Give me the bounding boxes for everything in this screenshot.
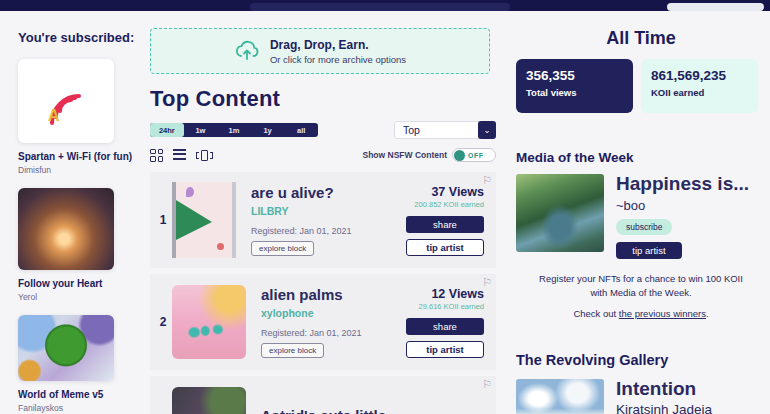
content-artist[interactable]: xylophone xyxy=(261,307,362,319)
grid-view-icon[interactable] xyxy=(150,149,163,162)
subscription-title[interactable]: Spartan + Wi-Fi (for fun) xyxy=(18,150,140,163)
carousel-view-icon[interactable] xyxy=(196,149,213,162)
tab-1m[interactable]: 1m xyxy=(217,123,251,137)
share-button[interactable]: share xyxy=(406,318,484,335)
flag-report-icon[interactable]: ⚐ xyxy=(482,378,492,391)
registered-date: Registered: Jan 01, 2021 xyxy=(261,328,362,338)
koii-earned-label: KOII earned xyxy=(651,87,748,98)
subscription-item[interactable]: World of Meme v5 Fanilayskos xyxy=(18,315,140,413)
gallery-title[interactable]: Intention xyxy=(616,379,712,398)
subscription-artist: Dimisfun xyxy=(18,165,140,175)
field-landscape-artwork-thumbnail[interactable] xyxy=(516,379,604,414)
koii-earned: 29.616 KOII earned xyxy=(388,302,484,311)
flag-report-icon[interactable]: ⚐ xyxy=(482,276,492,289)
meme-globe-thumbnail[interactable] xyxy=(18,315,114,381)
content-title[interactable]: are u alive? xyxy=(251,184,352,201)
dropzone-subtitle: Or click for more archive options xyxy=(270,54,406,65)
subscription-artist: Yerol xyxy=(18,292,140,302)
top-nav-bar xyxy=(0,0,770,11)
koii-earned: 200.852 KOII earned xyxy=(388,200,484,209)
total-views-label: Total views xyxy=(526,87,623,98)
content-row: ⚐ 3 Astrid's cute little face 9 Views 11… xyxy=(150,376,496,414)
content-thumbnail[interactable] xyxy=(172,285,246,359)
nft-promo-text: Register your NFTs for a chance to win 1… xyxy=(516,272,766,301)
total-views-value: 356,355 xyxy=(526,68,623,83)
subscriptions-sidebar: You're subscribed: A Spartan + Wi-Fi (fo… xyxy=(18,30,140,413)
sort-dropdown[interactable]: Top ⌄ xyxy=(394,121,496,139)
registered-date: Registered: Jan 01, 2021 xyxy=(251,226,352,236)
page-title: Top Content xyxy=(150,86,496,112)
content-thumbnail[interactable] xyxy=(172,387,246,414)
content-artist[interactable]: LILBRY xyxy=(251,205,352,217)
upload-dropzone[interactable]: Drag, Drop, Earn. Or click for more arch… xyxy=(150,28,490,74)
previous-winners-line: Check out the previous winners. xyxy=(516,308,766,319)
subscription-item[interactable]: A Spartan + Wi-Fi (for fun) Dimisfun xyxy=(18,59,140,175)
koii-earned-card: 861,569,235 KOII earned xyxy=(641,59,758,113)
total-views-card: 356,355 Total views xyxy=(516,59,633,113)
dropzone-title: Drag, Drop, Earn. xyxy=(270,38,406,52)
nsfw-toggle-label: Show NSFW Content xyxy=(362,150,447,160)
main-content: Drag, Drop, Earn. Or click for more arch… xyxy=(150,28,496,414)
rank-number: 2 xyxy=(154,315,172,329)
tab-1y[interactable]: 1y xyxy=(251,123,285,137)
share-button[interactable]: share xyxy=(406,216,484,233)
content-row: ⚐ 1 are u alive? LILBRY Registered: Jan … xyxy=(150,172,496,268)
koii-earned-value: 861,569,235 xyxy=(651,68,748,83)
subscription-artist: Fanilayskos xyxy=(18,403,140,413)
media-title[interactable]: Happiness is... xyxy=(616,174,749,193)
media-of-the-week-heading: Media of the Week xyxy=(516,150,766,165)
list-view-icon[interactable] xyxy=(173,149,186,162)
toggle-state-text: OFF xyxy=(468,152,484,159)
gallery-artist[interactable]: Kiratsinh Jadeja xyxy=(616,402,712,414)
nsfw-toggle[interactable]: OFF xyxy=(452,148,496,162)
content-row: ⚐ 2 alien palms xylophone Registered: Ja… xyxy=(150,274,496,370)
header-search-input[interactable] xyxy=(250,3,510,11)
alley-photo-thumbnail[interactable] xyxy=(18,188,114,270)
gallery-item: Intention Kiratsinh Jadeja subscribe xyxy=(516,379,766,414)
tip-artist-button[interactable]: tip artist xyxy=(616,242,682,259)
header-action-button[interactable] xyxy=(667,3,764,11)
tip-artist-button[interactable]: tip artist xyxy=(406,239,484,256)
wifi-artwork-icon: A xyxy=(40,75,92,127)
right-panel: All Time 356,355 Total views 861,569,235… xyxy=(516,28,766,414)
lake-forest-artwork-thumbnail[interactable] xyxy=(516,174,604,252)
explore-block-button[interactable]: explore block xyxy=(261,343,324,358)
sort-dropdown-value: Top xyxy=(395,124,420,136)
svg-text:A: A xyxy=(48,107,60,124)
content-thumbnail[interactable] xyxy=(172,182,236,258)
media-artist[interactable]: ~boo xyxy=(616,198,749,213)
top-content-list: ⚐ 1 are u alive? LILBRY Registered: Jan … xyxy=(150,172,496,414)
cloud-upload-icon xyxy=(234,38,260,64)
previous-winners-link[interactable]: the previous winners xyxy=(619,308,706,319)
chevron-down-icon[interactable]: ⌄ xyxy=(478,121,496,139)
tab-1w[interactable]: 1w xyxy=(184,123,218,137)
all-time-heading: All Time xyxy=(516,28,766,49)
views-count: 37 Views xyxy=(388,185,484,199)
content-title[interactable]: Astrid's cute little face xyxy=(261,407,389,414)
subscribe-button[interactable]: subscribe xyxy=(616,219,672,235)
revolving-gallery-heading: The Revolving Gallery xyxy=(516,352,766,368)
views-count: 12 Views xyxy=(388,287,484,301)
explore-block-button[interactable]: explore block xyxy=(251,241,314,256)
tip-artist-button[interactable]: tip artist xyxy=(406,341,484,358)
subscription-item[interactable]: Follow your Heart Yerol xyxy=(18,188,140,302)
tab-24hr[interactable]: 24hr xyxy=(150,123,184,137)
flag-report-icon[interactable]: ⚐ xyxy=(482,174,492,187)
media-of-the-week-item: Happiness is... ~boo subscribe tip artis… xyxy=(516,174,766,259)
content-title[interactable]: alien palms xyxy=(261,286,362,303)
red-wifi-artwork-thumbnail[interactable]: A xyxy=(18,59,114,143)
time-range-tabs: 24hr 1w 1m 1y all xyxy=(150,123,318,137)
tab-all[interactable]: all xyxy=(284,123,318,137)
subscriptions-heading: You're subscribed: xyxy=(18,30,140,46)
subscription-title[interactable]: Follow your Heart xyxy=(18,277,140,290)
subscription-title[interactable]: World of Meme v5 xyxy=(18,388,140,401)
toggle-knob xyxy=(454,150,465,161)
rank-number: 1 xyxy=(154,213,172,227)
